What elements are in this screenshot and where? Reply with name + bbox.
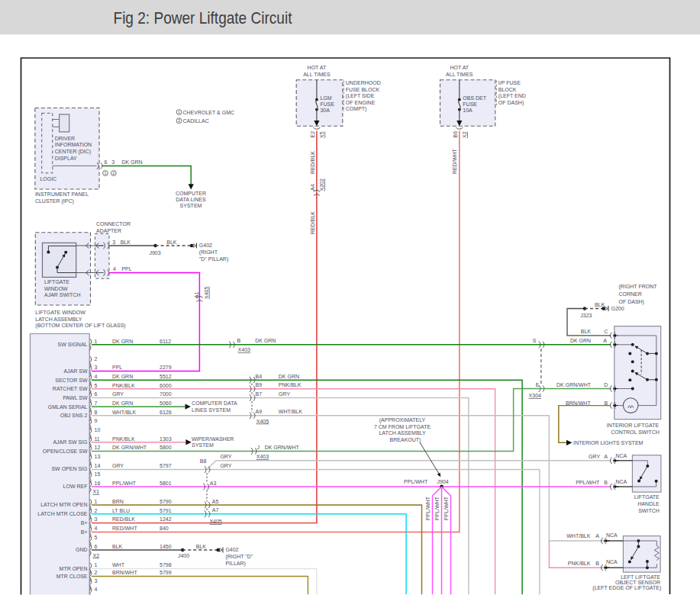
svg-text:BRN: BRN — [112, 499, 124, 504]
svg-text:CONNECTOR: CONNECTOR — [96, 221, 131, 227]
svg-text:C: C — [604, 329, 608, 334]
svg-text:840: 840 — [160, 526, 169, 531]
svg-text:BRN/WHT: BRN/WHT — [112, 570, 137, 575]
svg-text:12: 12 — [95, 445, 101, 450]
svg-text:B+: B+ — [81, 529, 88, 535]
svg-text:2: 2 — [178, 118, 180, 123]
svg-text:S: S — [533, 338, 537, 343]
svg-text:PPL: PPL — [112, 365, 122, 370]
svg-text:INTERIOR LIFTGATE: INTERIOR LIFTGATE — [607, 423, 660, 428]
svg-text:2: 2 — [95, 570, 98, 575]
svg-text:SECTOR SW: SECTOR SW — [55, 378, 88, 383]
svg-text:A: A — [603, 338, 607, 343]
svg-text:NCA: NCA — [616, 479, 627, 484]
svg-text:7: 7 — [95, 400, 98, 406]
svg-text:GMLAN SERIAL: GMLAN SERIAL — [48, 404, 88, 410]
svg-text:1: 1 — [95, 499, 98, 504]
svg-text:FUSE: FUSE — [320, 101, 334, 107]
svg-text:B: B — [237, 338, 240, 343]
svg-text:1: 1 — [95, 562, 98, 568]
svg-text:30A: 30A — [320, 108, 330, 113]
svg-text:D: D — [604, 382, 608, 388]
svg-text:BLK: BLK — [196, 544, 207, 549]
svg-text:LGM: LGM — [320, 95, 331, 101]
svg-text:3: 3 — [95, 578, 98, 584]
svg-text:B6: B6 — [453, 131, 458, 138]
svg-text:I/P FUSE: I/P FUSE — [498, 80, 521, 85]
svg-text:GRY: GRY — [112, 391, 124, 397]
svg-text:PNK/BLK: PNK/BLK — [279, 382, 302, 388]
svg-text:PNK/BLK: PNK/BLK — [112, 383, 135, 388]
svg-text:5798: 5798 — [160, 562, 172, 568]
svg-text:WINDOW: WINDOW — [44, 286, 68, 291]
svg-text:DK GRN: DK GRN — [112, 400, 133, 406]
svg-text:Fig 2: Power Liftgate Circuit: Fig 2: Power Liftgate Circuit — [114, 8, 292, 27]
svg-text:J: J — [256, 445, 260, 450]
svg-text:5799: 5799 — [160, 570, 172, 575]
svg-text:3: 3 — [95, 516, 98, 522]
svg-text:2: 2 — [95, 508, 98, 513]
svg-text:7 CM FROM LIFTGATE: 7 CM FROM LIFTGATE — [374, 424, 431, 429]
svg-text:2: 2 — [112, 171, 115, 175]
svg-text:J323: J323 — [580, 313, 592, 318]
svg-text:AJAR SWITCH: AJAR SWITCH — [44, 292, 80, 297]
svg-text:OF DASH): OF DASH) — [498, 100, 524, 106]
svg-text:HOT AT: HOT AT — [308, 65, 327, 70]
svg-text:RED/BLK: RED/BLK — [112, 516, 135, 522]
svg-text:NCA: NCA — [606, 559, 618, 564]
svg-text:OBJECT SENSOR: OBJECT SENSOR — [615, 580, 660, 585]
svg-text:DK GRN/WHT: DK GRN/WHT — [265, 445, 300, 450]
svg-text:(LEFT SIDE: (LEFT SIDE — [346, 93, 375, 99]
svg-text:DK GRN/WHT: DK GRN/WHT — [112, 445, 147, 450]
svg-text:MTR OPEN: MTR OPEN — [60, 566, 88, 571]
svg-text:PPL: PPL — [121, 266, 131, 272]
svg-text:CONTROL SWITCH: CONTROL SWITCH — [611, 429, 660, 435]
svg-text:A5: A5 — [212, 499, 219, 504]
svg-text:OF ENGINE: OF ENGINE — [346, 100, 376, 105]
svg-text:NCA: NCA — [616, 453, 627, 458]
svg-text:BLK: BLK — [166, 240, 177, 245]
svg-text:DATA LINES: DATA LINES — [176, 197, 206, 202]
svg-text:A: A — [604, 454, 608, 459]
svg-text:FUSE: FUSE — [463, 101, 477, 107]
svg-text:(APPROXIMATELY: (APPROXIMATELY — [379, 417, 426, 423]
svg-text:ALL TIMES: ALL TIMES — [446, 72, 473, 77]
svg-text:3: 3 — [95, 365, 98, 370]
svg-text:X1: X1 — [93, 489, 100, 494]
svg-text:RED/BLK: RED/BLK — [310, 151, 315, 174]
svg-text:GRY: GRY — [220, 454, 231, 459]
svg-text:LINES SYSTEM: LINES SYSTEM — [192, 407, 231, 413]
svg-text:DK GRN: DK GRN — [570, 338, 591, 343]
svg-text:X202: X202 — [319, 178, 324, 191]
svg-text:LIFTGATE: LIFTGATE — [44, 279, 69, 285]
svg-text:BLK: BLK — [581, 329, 592, 334]
svg-text:DISPLAY: DISPLAY — [55, 156, 77, 161]
svg-text:X304: X304 — [529, 393, 541, 398]
svg-text:WHT/BLK: WHT/BLK — [566, 533, 590, 539]
svg-text:PNK/BLK: PNK/BLK — [112, 436, 135, 442]
svg-text:13: 13 — [95, 454, 101, 459]
svg-text:X403: X403 — [256, 454, 269, 459]
svg-text:DK GRN: DK GRN — [255, 338, 276, 343]
svg-text:BLK: BLK — [112, 544, 123, 549]
svg-text:(LEFT END: (LEFT END — [498, 93, 526, 99]
svg-text:16: 16 — [95, 481, 101, 486]
svg-text:1: 1 — [105, 171, 107, 175]
svg-text:2: 2 — [95, 356, 98, 362]
svg-text:LATCH ASSEMBLY: LATCH ASSEMBLY — [35, 317, 82, 322]
svg-text:PPL/WHT: PPL/WHT — [444, 496, 449, 520]
svg-text:LOW REF: LOW REF — [63, 484, 88, 489]
svg-text:NCA: NCA — [606, 532, 618, 538]
svg-text:OF DASH): OF DASH) — [619, 299, 644, 305]
svg-text:5791: 5791 — [160, 508, 172, 513]
svg-text:6: 6 — [105, 159, 108, 165]
svg-text:LATCH ASSEMBLY: LATCH ASSEMBLY — [379, 430, 426, 436]
svg-text:OBS DET: OBS DET — [463, 95, 486, 101]
svg-text:B: B — [595, 561, 599, 566]
svg-text:DK GRN: DK GRN — [112, 339, 133, 344]
svg-text:LOGIC: LOGIC — [40, 176, 56, 182]
svg-text:4: 4 — [95, 587, 98, 592]
svg-text:COMPUTER: COMPUTER — [176, 191, 206, 196]
svg-text:GND: GND — [76, 547, 88, 552]
svg-text:(LEFT EDGE OF LIFTGATE): (LEFT EDGE OF LIFTGATE) — [592, 585, 661, 591]
